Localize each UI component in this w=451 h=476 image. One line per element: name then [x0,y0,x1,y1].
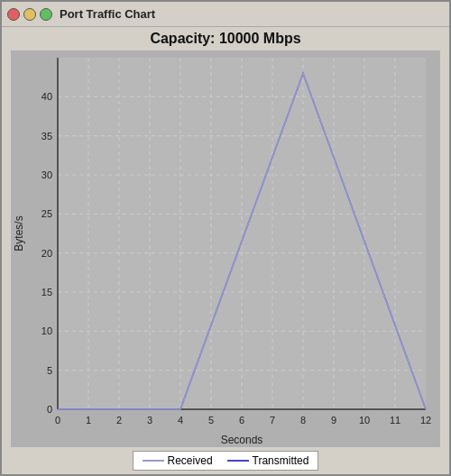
titlebar-buttons [7,8,52,21]
legend-transmitted: Transmitted [227,454,309,467]
titlebar: Port Traffic Chart [2,2,449,27]
chart-container: Capacity: 10000 Mbps Received Transmitte… [2,27,449,476]
chart-legend: Received Transmitted [133,451,319,471]
received-line-icon [143,460,164,462]
transmitted-label: Transmitted [253,454,309,467]
received-label: Received [168,454,213,467]
window-title: Port Traffic Chart [60,7,155,21]
minimize-button[interactable] [23,8,36,21]
legend-received: Received [143,454,213,467]
chart-title: Capacity: 10000 Mbps [11,31,440,47]
maximize-button[interactable] [40,8,52,21]
chart-area [11,50,440,447]
close-button[interactable] [7,8,20,21]
window: Port Traffic Chart Capacity: 10000 Mbps … [0,0,451,476]
transmitted-line-icon [227,460,249,462]
